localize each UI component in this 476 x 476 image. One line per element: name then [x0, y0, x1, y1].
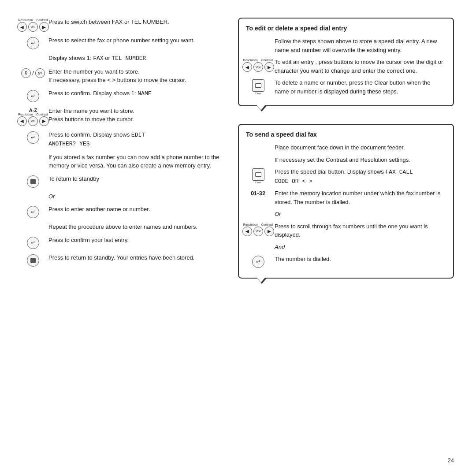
instr-text-3: Display shows 1: FAX or TEL NUMBER. [48, 54, 225, 63]
edit-row-3: Clear To delete a name or number, press … [246, 78, 446, 96]
edit-delete-content: Follow the steps shown above to store a … [246, 37, 446, 96]
instr-row-14: Press to return to standby. Your entries… [22, 253, 225, 267]
edit-delete-title: To edit or delete a speed dial entry [246, 25, 446, 32]
nav-icon-right-1: Resolution Contrast ◀ Vol ▶ [246, 58, 270, 72]
fax-text-1: Place document face down in the document… [275, 143, 446, 152]
fax-row-4: 01-32 Enter the memory location number u… [246, 189, 446, 206]
label-0132: 01-32 [251, 190, 265, 197]
edit-delete-section: To edit or delete a speed dial entry Fol… [238, 18, 454, 106]
clear-button-2[interactable] [252, 168, 264, 181]
left-arrow-btn-2[interactable]: ◀ [17, 116, 27, 126]
edit-row-1: Follow the steps shown above to store a … [246, 37, 446, 54]
fax-text-2: If necessary set the Contrast and Resolu… [275, 156, 446, 164]
send-fax-content: Place document face down in the document… [246, 143, 446, 268]
edit-text-2: To edit an entry , press buttons to move… [275, 58, 446, 75]
instr-text-10: Or [48, 192, 225, 201]
fax-row-3: Clear Press the speed dial button. Displ… [246, 167, 446, 186]
instr-row-5: ↵ Press to confirm. Display shows 1: NAM… [22, 89, 225, 102]
clear-icon-right-1: Clear [246, 78, 270, 95]
clear-icon-right-2: Clear [246, 167, 270, 184]
left-column: Resolution Contrast ◀ Vol ▶ Press to swi… [22, 18, 225, 463]
confirm-button-right[interactable]: ↵ [252, 256, 264, 268]
nav-icon-1: Resolution Contrast ◀ Vol ▶ [22, 18, 44, 32]
left-btn-r2[interactable]: ◀ [242, 227, 252, 236]
instr-row-4: 0 / 9s Enter the number you want to stor… [22, 67, 225, 85]
instr-row-11: ↵ Press to enter another name or number. [22, 205, 225, 218]
confirm-icon-2: ↵ [22, 89, 44, 102]
vol-btn-2[interactable]: Vol [28, 116, 38, 126]
section-triangle-inner-1 [257, 105, 265, 110]
send-fax-section: To send a speed dial fax Place document … [238, 124, 454, 279]
right-btn-r2[interactable]: ▶ [264, 227, 274, 236]
instr-row-2: ↵ Press to select the fax or phone numbe… [22, 36, 225, 49]
fax-row-5: Or [246, 210, 446, 219]
right-column: To edit or delete a speed dial entry Fol… [238, 18, 454, 463]
nine-btn[interactable]: 9s [35, 68, 45, 78]
confirm-button-4[interactable]: ↵ [27, 206, 39, 218]
vol-btn-r2[interactable]: Vol [253, 227, 263, 236]
right-arrow-btn[interactable]: ▶ [39, 22, 49, 32]
confirm-icon-1: ↵ [22, 36, 44, 49]
nav-icon-right-2: Resolution Contrast ◀ Vol ▶ [246, 222, 270, 236]
nav-button-2: Resolution Contrast ◀ Vol ▶ [17, 113, 49, 126]
instr-text-2: Press to select the fax or phone number … [48, 36, 225, 45]
contrast-label: Contrast [36, 19, 48, 22]
instr-row-9: To return to standby [22, 175, 225, 188]
fax-row-1: Place document face down in the document… [246, 143, 446, 152]
instr-row-10: Or [22, 192, 225, 201]
instr-text-12: Repeat the procedure above to enter name… [48, 223, 225, 231]
edit-text-1: Follow the steps shown above to store a … [275, 37, 446, 54]
right-btn-r1[interactable]: ▶ [264, 62, 274, 72]
stop-icon-2 [22, 253, 44, 267]
instr-text-13: Press to confirm your last entry. [48, 236, 225, 245]
zero-btn[interactable]: 0 [21, 68, 31, 78]
confirm-icon-3: ↵ [22, 130, 44, 144]
instr-text-9: To return to standby [48, 175, 225, 183]
confirm-icon-5: ↵ [22, 236, 44, 249]
confirm-button-2[interactable]: ↵ [27, 90, 39, 102]
edit-row-2: Resolution Contrast ◀ Vol ▶ [246, 58, 446, 75]
nav-button-right-1: Resolution Contrast ◀ Vol ▶ [242, 59, 274, 72]
az-label: A-Z [29, 108, 37, 113]
fax-text-7: And [275, 243, 446, 252]
numpad-icon: 0 / 9s [22, 67, 44, 78]
instr-text-6: Enter the name you want to store. Press … [48, 107, 225, 124]
fax-row-8: ↵ The number is dialled. [246, 255, 446, 268]
stop-button-1[interactable] [27, 175, 39, 188]
page: Resolution Contrast ◀ Vol ▶ Press to swi… [0, 0, 476, 476]
instr-text-4: Enter the number you want to store. If n… [48, 67, 225, 85]
vol-btn-r1[interactable]: Vol [253, 62, 263, 72]
fax-text-4: Enter the memory location number under w… [275, 189, 446, 206]
right-arrow-btn-2[interactable]: ▶ [39, 116, 49, 126]
instr-row-13: ↵ Press to confirm your last entry. [22, 236, 225, 249]
nav-button-right-2: Resolution Contrast ◀ Vol ▶ [242, 223, 274, 236]
az-nav-icon: A-Z Resolution Contrast ◀ Vol ▶ [22, 107, 44, 126]
left-btn-r1[interactable]: ◀ [242, 62, 252, 72]
page-number: 24 [448, 457, 454, 464]
clear-button-1[interactable] [252, 79, 264, 92]
fax-text-6: Press to scroll through fax numbers unti… [275, 222, 446, 239]
confirm-button-5[interactable]: ↵ [27, 237, 39, 249]
label-0132-icon: 01-32 [246, 189, 270, 197]
vol-btn[interactable]: Vol [28, 22, 38, 32]
fax-text-5: Or [275, 210, 446, 219]
confirm-button-1[interactable]: ↵ [27, 37, 39, 49]
fax-text-3: Press the speed dial button. Display sho… [275, 167, 446, 186]
instr-text-8: If you stored a fax number you can now a… [48, 153, 225, 170]
confirm-icon-right: ↵ [246, 255, 270, 268]
left-arrow-btn[interactable]: ◀ [17, 22, 27, 32]
instr-row-7: ↵ Press to confirm. Display shows EDITAN… [22, 130, 225, 149]
fax-row-7: And [246, 243, 446, 252]
columns: Resolution Contrast ◀ Vol ▶ Press to swi… [22, 18, 454, 463]
fax-row-2: If necessary set the Contrast and Resolu… [246, 156, 446, 164]
stop-button-2[interactable] [27, 254, 39, 267]
confirm-button-3[interactable]: ↵ [27, 131, 39, 144]
resolution-label: Resolution [18, 19, 33, 22]
instr-text-11: Press to enter another name or number. [48, 205, 225, 214]
fax-text-8: The number is dialled. [275, 255, 446, 264]
section-triangle-inner-2 [257, 277, 265, 283]
instr-text-1: Press to switch between FAX or TEL NUMBE… [48, 18, 225, 26]
instr-row-12: Repeat the procedure above to enter name… [22, 223, 225, 231]
stop-icon-1 [22, 175, 44, 188]
instr-row-6: A-Z Resolution Contrast ◀ Vol ▶ [22, 107, 225, 126]
